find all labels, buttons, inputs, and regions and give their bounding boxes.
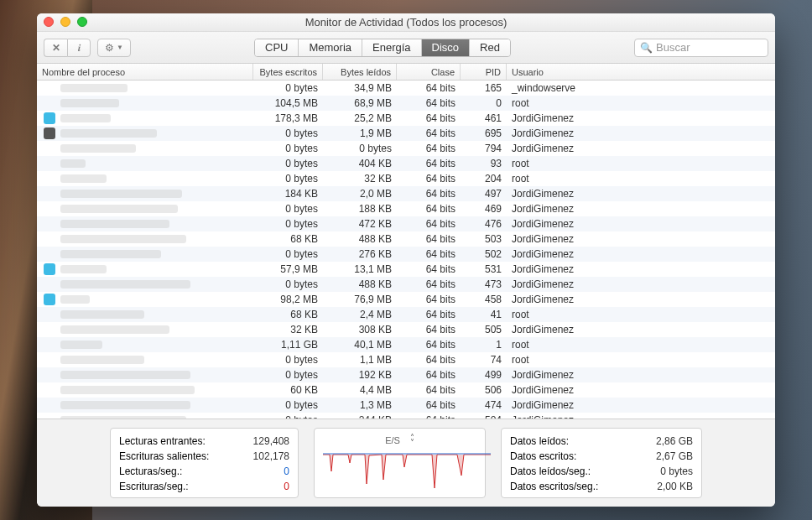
process-name (60, 341, 102, 349)
table-row[interactable]: 0 bytes1,3 MB64 bits474JordiGimenez (37, 398, 775, 413)
process-name (60, 401, 190, 409)
table-row[interactable]: 0 bytes472 KB64 bits476JordiGimenez (37, 216, 775, 231)
stop-process-button[interactable]: ✕ (44, 39, 67, 57)
stat-value: 2,67 GB (656, 450, 693, 462)
pid: 165 (461, 81, 507, 96)
inspect-process-button[interactable]: 𝒊 (67, 39, 91, 57)
class: 64 bits (397, 216, 461, 231)
pid: 74 (461, 352, 507, 367)
search-field[interactable]: 🔍 Buscar (634, 39, 768, 57)
user: JordiGimenez (507, 413, 775, 419)
user: _windowserve (507, 81, 775, 96)
user: JordiGimenez (507, 398, 775, 413)
table-row[interactable]: 60 KB4,4 MB64 bits506JordiGimenez (37, 382, 775, 398)
user: JordiGimenez (507, 111, 775, 126)
bytes-written: 0 bytes (253, 367, 323, 382)
table-row[interactable]: 98,2 MB76,9 MB64 bits458JordiGimenez (37, 292, 775, 307)
tab-memoria[interactable]: Memoria (299, 39, 362, 56)
stop-icon: ✕ (52, 42, 60, 54)
user: root (507, 96, 775, 111)
user: root (507, 171, 775, 186)
table-header: Nombre del proceso Bytes escritos Bytes … (37, 64, 775, 81)
close-window-button[interactable] (44, 17, 54, 27)
col-user[interactable]: Usuario (507, 64, 775, 80)
col-class[interactable]: Clase (397, 64, 461, 80)
class: 64 bits (397, 292, 461, 307)
tab-energía[interactable]: Energía (362, 39, 422, 56)
io-chart (323, 450, 476, 492)
pid: 204 (461, 171, 507, 186)
titlebar[interactable]: Monitor de Actividad (Todos los procesos… (37, 13, 775, 32)
table-row[interactable]: 0 bytes1,9 MB64 bits695JordiGimenez (37, 126, 775, 141)
bytes-read: 4,4 MB (323, 382, 397, 398)
table-row[interactable]: 0 bytes276 KB64 bits502JordiGimenez (37, 247, 775, 262)
col-pid[interactable]: PID (461, 64, 507, 80)
stat-label: Datos leídos: (510, 435, 569, 447)
class: 64 bits (397, 262, 461, 277)
pid: 1 (461, 337, 507, 352)
app-icon (44, 294, 55, 305)
chart-mode-stepper[interactable]: ˄ ˅ (410, 435, 414, 445)
table-row[interactable]: 184 KB2,0 MB64 bits497JordiGimenez (37, 186, 775, 201)
table-row[interactable]: 0 bytes1,1 MB64 bits74root (37, 352, 775, 367)
user: JordiGimenez (507, 216, 775, 231)
table-row[interactable]: 68 KB2,4 MB64 bits41root (37, 307, 775, 322)
pid: 506 (461, 382, 507, 398)
table-row[interactable]: 0 bytes244 KB64 bits504JordiGimenez (37, 413, 775, 419)
bytes-read: 40,1 MB (323, 337, 397, 352)
process-name (60, 144, 136, 153)
class: 64 bits (397, 231, 461, 247)
table-row[interactable]: 104,5 MB68,9 MB64 bits0root (37, 96, 775, 111)
table-row[interactable]: 0 bytes32 KB64 bits204root (37, 171, 775, 186)
col-name[interactable]: Nombre del proceso (37, 64, 253, 80)
table-row[interactable]: 0 bytes192 KB64 bits499JordiGimenez (37, 367, 775, 382)
search-icon: 🔍 (640, 42, 653, 54)
bytes-read: 244 KB (323, 413, 397, 419)
zoom-window-button[interactable] (77, 17, 87, 27)
table-row[interactable]: 0 bytes404 KB64 bits93root (37, 156, 775, 171)
user: JordiGimenez (507, 247, 775, 262)
options-menu-button[interactable]: ⚙▼ (97, 39, 131, 57)
user: JordiGimenez (507, 186, 775, 201)
col-bytes-read[interactable]: Bytes leídos (323, 64, 397, 80)
class: 64 bits (397, 382, 461, 398)
app-icon (44, 263, 55, 275)
table-row[interactable]: 1,11 GB40,1 MB64 bits1root (37, 337, 775, 352)
traffic-lights (44, 17, 87, 27)
bytes-written: 0 bytes (253, 126, 323, 141)
tab-red[interactable]: Red (470, 39, 510, 56)
process-name (60, 280, 190, 289)
tab-cpu[interactable]: CPU (255, 39, 299, 56)
bytes-read: 68,9 MB (323, 96, 397, 111)
bytes-written: 104,5 MB (253, 96, 323, 111)
stat-value: 0 (284, 465, 289, 477)
pid: 502 (461, 247, 507, 262)
table-row[interactable]: 57,9 MB13,1 MB64 bits531JordiGimenez (37, 262, 775, 277)
process-name (60, 129, 157, 138)
stat-value: 2,00 KB (657, 481, 693, 492)
minimize-window-button[interactable] (60, 17, 70, 27)
bytes-read: 404 KB (323, 156, 397, 171)
bytes-written: 184 KB (253, 186, 323, 201)
class: 64 bits (397, 156, 461, 171)
stat-row: Datos leídos:2,86 GB (510, 434, 693, 449)
bytes-read: 32 KB (323, 171, 397, 186)
table-row[interactable]: 68 KB488 KB64 bits503JordiGimenez (37, 231, 775, 247)
table-row[interactable]: 0 bytes0 bytes64 bits794JordiGimenez (37, 141, 775, 156)
table-row[interactable]: 0 bytes488 KB64 bits473JordiGimenez (37, 277, 775, 292)
table-row[interactable]: 178,3 MB25,2 MB64 bits461JordiGimenez (37, 111, 775, 126)
class: 64 bits (397, 277, 461, 292)
table-row[interactable]: 0 bytes34,9 MB64 bits165_windowserve (37, 81, 775, 96)
pid: 497 (461, 186, 507, 201)
class: 64 bits (397, 352, 461, 367)
user: JordiGimenez (507, 262, 775, 277)
table-row[interactable]: 32 KB308 KB64 bits505JordiGimenez (37, 322, 775, 337)
process-name (60, 295, 90, 304)
col-bytes-written[interactable]: Bytes escritos (253, 64, 323, 80)
pid: 469 (461, 201, 507, 216)
process-table[interactable]: 0 bytes34,9 MB64 bits165_windowserve104,… (37, 81, 775, 419)
tab-disco[interactable]: Disco (422, 39, 471, 56)
bytes-written: 178,3 MB (253, 111, 323, 126)
user: root (507, 156, 775, 171)
table-row[interactable]: 0 bytes188 KB64 bits469JordiGimenez (37, 201, 775, 216)
